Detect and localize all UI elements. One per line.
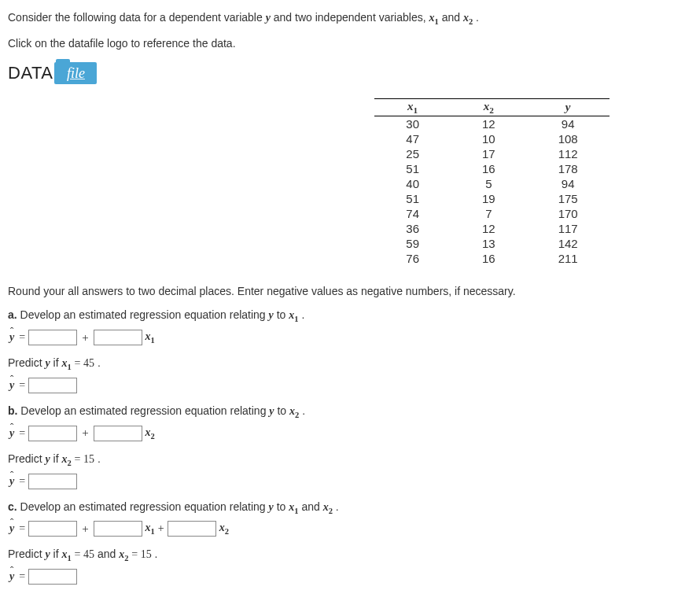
term-x1: x1 <box>145 522 155 536</box>
datafile-logo[interactable]: DATA file <box>8 62 97 84</box>
part-a-predict-eq: y = <box>8 378 677 393</box>
cell-x1: 25 <box>374 146 451 161</box>
cell-y: 170 <box>527 206 610 221</box>
cell-x2: 5 <box>451 176 527 191</box>
cell-x1: 59 <box>374 236 451 251</box>
cell-x2: 12 <box>451 221 527 236</box>
b-slope-input[interactable] <box>94 426 142 441</box>
c-b2-input[interactable] <box>168 521 216 537</box>
var-x1: x1 <box>429 12 438 24</box>
cell-y: 142 <box>527 236 610 251</box>
cell-y: 94 <box>527 116 610 132</box>
datafile-data-text: DATA <box>8 63 53 83</box>
part-b-predict-prompt: Predict y if x2 = 15 . <box>8 452 677 467</box>
cell-x2: 12 <box>451 116 527 132</box>
yhat-symbol: y <box>8 475 16 488</box>
c-intercept-input[interactable] <box>28 521 77 537</box>
part-a-equation: y = + x1 <box>8 330 677 345</box>
var-x2: x2 <box>463 12 473 24</box>
yhat-symbol: y <box>8 379 16 392</box>
part-c-prompt: c. Develop an estimated regression equat… <box>8 500 677 515</box>
yhat-symbol: y <box>8 570 16 583</box>
cell-x1: 47 <box>374 131 451 146</box>
part-a-prompt: a. Develop an estimated regression equat… <box>8 308 677 323</box>
cell-x2: 13 <box>451 236 527 251</box>
intro-line-1: Consider the following data for a depend… <box>8 9 677 28</box>
cell-x1: 76 <box>374 251 451 266</box>
cell-x2: 7 <box>451 206 527 221</box>
cell-x1: 51 <box>374 191 451 206</box>
datafile-file-text: file <box>67 65 85 82</box>
table-row: 4710108 <box>374 131 609 146</box>
table-row: 301294 <box>374 116 609 132</box>
intro-text: . <box>476 11 479 24</box>
yhat-symbol: y <box>8 427 16 440</box>
cell-y: 211 <box>527 251 610 266</box>
intro-line-2: Click on the datafile logo to reference … <box>8 35 677 51</box>
part-b-predict-eq: y = <box>8 474 677 489</box>
col-header-y: y <box>527 99 610 116</box>
term-x2: x2 <box>219 522 229 536</box>
part-c-predict-eq: y = <box>8 569 677 585</box>
part-b-label: b. <box>8 404 17 417</box>
a-intercept-input[interactable] <box>28 330 77 345</box>
col-header-x2: x2 <box>451 99 527 116</box>
part-b-equation: y = + x2 <box>8 426 677 441</box>
cell-x1: 40 <box>374 176 451 191</box>
table-row: 747170 <box>374 206 609 221</box>
part-a-label: a. <box>8 308 17 321</box>
cell-x1: 51 <box>374 161 451 176</box>
cell-y: 112 <box>527 146 610 161</box>
part-c-predict-prompt: Predict y if x1 = 45 and x2 = 15 . <box>8 548 677 563</box>
col-header-x1: x1 <box>374 99 451 116</box>
cell-x1: 30 <box>374 116 451 132</box>
table-row: 3612117 <box>374 221 609 236</box>
cell-y: 178 <box>527 161 610 176</box>
table-header-row: x1 x2 y <box>374 99 609 116</box>
cell-y: 117 <box>527 221 610 236</box>
part-a-predict-prompt: Predict y if x1 = 45 . <box>8 356 677 371</box>
part-b-prompt: b. Develop an estimated regression equat… <box>8 404 677 419</box>
part-c-label: c. <box>8 500 17 513</box>
a-predict-input[interactable] <box>28 378 77 393</box>
yhat-symbol: y <box>8 522 16 535</box>
intro-text: and <box>442 11 463 24</box>
cell-y: 175 <box>527 191 610 206</box>
cell-x2: 16 <box>451 251 527 266</box>
cell-x2: 10 <box>451 131 527 146</box>
b-intercept-input[interactable] <box>28 426 77 441</box>
c-predict-input[interactable] <box>28 569 77 585</box>
table-row: 5913142 <box>374 236 609 251</box>
cell-x2: 19 <box>451 191 527 206</box>
cell-x2: 17 <box>451 146 527 161</box>
cell-x1: 36 <box>374 221 451 236</box>
cell-y: 108 <box>527 131 610 146</box>
table-row: 5119175 <box>374 191 609 206</box>
data-table-wrap: x1 x2 y 30129447101082517112511617840594… <box>307 98 677 266</box>
part-c-equation: y = + x1 + x2 <box>8 521 677 537</box>
table-row: 5116178 <box>374 161 609 176</box>
yhat-symbol: y <box>8 331 16 344</box>
cell-x1: 74 <box>374 206 451 221</box>
table-row: 7616211 <box>374 251 609 266</box>
cell-y: 94 <box>527 176 610 191</box>
b-predict-input[interactable] <box>28 474 77 489</box>
intro-text: Consider the following data for a depend… <box>8 11 266 24</box>
folder-icon: file <box>54 62 97 84</box>
table-row: 2517112 <box>374 146 609 161</box>
term-x1: x1 <box>145 330 155 345</box>
table-row: 40594 <box>374 176 609 191</box>
rounding-instruction: Round your all answers to two decimal pl… <box>8 285 677 297</box>
cell-x2: 16 <box>451 161 527 176</box>
intro-text: and two independent variables, <box>274 11 429 24</box>
c-b1-input[interactable] <box>94 521 142 537</box>
var-y: y <box>266 12 271 24</box>
term-x2: x2 <box>145 426 155 441</box>
a-slope-input[interactable] <box>94 330 142 345</box>
data-table: x1 x2 y 30129447101082517112511617840594… <box>374 98 609 266</box>
